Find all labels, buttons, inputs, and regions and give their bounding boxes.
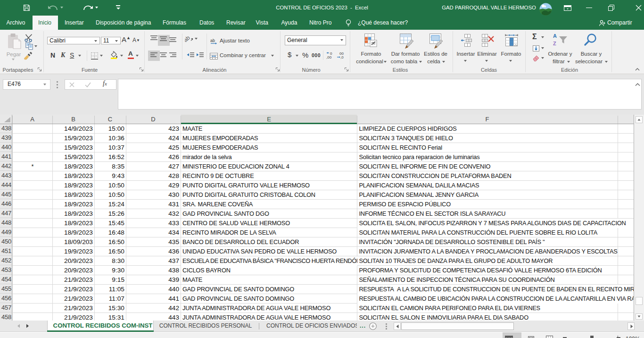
svg-text:,0: ,0 <box>340 55 344 59</box>
svg-text:ab: ab <box>210 38 215 43</box>
svg-text:,00: ,00 <box>326 55 332 59</box>
svg-text:ab: ab <box>185 35 191 42</box>
